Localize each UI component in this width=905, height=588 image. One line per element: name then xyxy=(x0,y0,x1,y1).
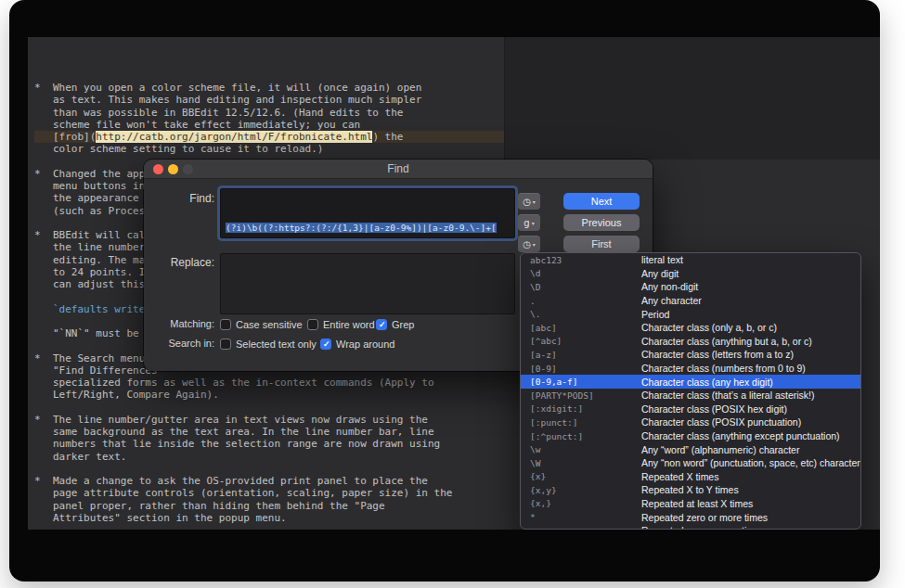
close-button[interactable] xyxy=(153,164,163,174)
pattern-menu-item[interactable]: {x,y} Repeated X to Y times xyxy=(521,483,860,497)
search-terms-menu-button[interactable]: ◷▾ xyxy=(518,236,540,252)
bullet: * xyxy=(34,229,53,241)
checkbox-case-sensitive[interactable]: Case sensitive xyxy=(220,318,303,331)
zoom-button[interactable] xyxy=(183,164,193,174)
pattern-menu-item[interactable]: * Repeated zero or more times xyxy=(521,510,860,524)
pattern-menu-item[interactable]: [^abc] Character class (anything but a, … xyxy=(521,335,860,349)
bullet: * xyxy=(34,82,53,94)
pattern-menu-item[interactable]: [a-z] Character class (letters from a to… xyxy=(521,348,860,362)
editor-line xyxy=(34,402,504,414)
pattern-menu-item[interactable]: [0-9] Character class (numbers from 0 to… xyxy=(521,362,860,376)
bullet: * xyxy=(34,475,53,487)
pattern-menu-item[interactable]: \D Any non-digit xyxy=(521,280,860,294)
bullet: * xyxy=(34,414,53,426)
description-cell: Character class (numbers from 0 to 9) xyxy=(641,363,806,374)
description-cell: Character class (anything except punctua… xyxy=(641,430,840,441)
pattern-cell: {x} xyxy=(530,471,641,481)
pattern-menu-item[interactable]: \w Any “word” (alphanumeric) character xyxy=(521,442,860,456)
pattern-cell: * xyxy=(530,512,641,522)
grep-pattern-menu: abc123 literal text \d Any digit \D Any … xyxy=(520,252,861,530)
replace-input[interactable] xyxy=(220,253,515,314)
grep-pattern-menu-button[interactable]: g▾ xyxy=(518,214,540,231)
checkbox-grep[interactable]: Grep xyxy=(376,318,414,331)
checkbox-box xyxy=(220,339,231,350)
minimize-button[interactable] xyxy=(168,164,178,174)
editor-line: scheme file won't take effect immediatel… xyxy=(34,119,504,131)
editor-line-text: specialized forms as well as the in-cont… xyxy=(53,377,434,389)
pattern-cell: \d xyxy=(530,268,641,278)
pattern-cell: {x,y} xyxy=(530,485,641,495)
description-cell: Any “non word” (punctuation, space, etc)… xyxy=(641,457,860,468)
pattern-cell: [:punct:] xyxy=(530,417,641,428)
editor-line xyxy=(34,463,504,475)
editor-line-text: panel proper, rather than hiding them be… xyxy=(53,500,385,512)
selected-url-text: http://catb.org/jargon/html/F/frobnicate… xyxy=(96,131,372,143)
pattern-cell: [PARTY*PODS] xyxy=(530,390,641,401)
checkbox-label: Entire word xyxy=(323,319,375,330)
find-window-titlebar[interactable]: Find xyxy=(144,160,653,179)
pattern-menu-item[interactable]: {x} Repeated X times xyxy=(521,470,860,484)
editor-line: Attributes" section in the popup menu. xyxy=(34,512,504,524)
pattern-menu-item[interactable]: + Repeated one or more times xyxy=(521,524,860,530)
description-cell: Any non-digit xyxy=(641,281,698,292)
editor-line: panel proper, rather than hiding them be… xyxy=(34,500,504,512)
checkbox-label: Grep xyxy=(392,319,414,330)
checkbox-label: Wrap around xyxy=(336,339,394,350)
first-button[interactable]: First xyxy=(563,236,640,252)
chevron-down-icon: ▾ xyxy=(532,220,535,226)
pattern-menu-item[interactable]: \. Period xyxy=(521,307,860,321)
next-button[interactable]: Next xyxy=(563,193,640,210)
previous-button[interactable]: Previous xyxy=(563,214,640,231)
bullet: * xyxy=(34,168,53,180)
checkbox-box xyxy=(307,319,318,330)
checkbox-wrap-around[interactable]: Wrap around xyxy=(320,338,394,351)
pattern-menu-item[interactable]: {x,} Repeated at least X times xyxy=(521,497,860,511)
description-cell: Repeated one or more times xyxy=(641,525,765,530)
find-label: Find: xyxy=(144,192,214,205)
editor-line-text: Made a change to ask the OS-provided pri… xyxy=(53,475,428,487)
editor-line: Left/Right, Compare Again). xyxy=(34,389,504,401)
pattern-cell: [abc] xyxy=(530,323,641,333)
description-cell: literal text xyxy=(641,254,683,265)
checkbox-box xyxy=(320,339,331,350)
pattern-menu-item[interactable]: \W Any “non word” (punctuation, space, e… xyxy=(521,456,860,470)
editor-line-text: can adjust this: xyxy=(53,278,151,290)
bullet: * xyxy=(34,352,53,364)
pattern-menu-item[interactable]: [abc] Character class (only a, b, or c) xyxy=(521,321,860,335)
description-cell: Any “word” (alphanumeric) character xyxy=(641,444,799,455)
pattern-menu-item[interactable]: [:punct:] Character class (POSIX punctua… xyxy=(521,415,860,429)
screenshot-frame: *When you open a color scheme file, it w… xyxy=(9,0,880,582)
matching-label: Matching: xyxy=(144,318,214,329)
checkbox-box xyxy=(376,319,387,330)
pattern-menu-item[interactable]: \d Any digit xyxy=(521,267,860,281)
pattern-menu-item[interactable]: [PARTY*PODS] Character class (that’s a l… xyxy=(521,389,860,403)
editor-line: numbers that lie inside the selection ra… xyxy=(34,438,504,450)
find-history-menu-button[interactable]: ◷▾ xyxy=(518,193,540,210)
pattern-cell: [^abc] xyxy=(530,336,641,346)
pattern-cell: [:^punct:] xyxy=(530,431,641,441)
editor-line-suffix: ) the xyxy=(372,131,403,143)
editor-line-text: Left/Right, Compare Again). xyxy=(53,389,219,401)
find-input[interactable]: (?i)\b((?:https?:(?:/{1,3}|[a-z0-9%])|[a… xyxy=(220,188,515,238)
checkbox-entire-word[interactable]: Entire word xyxy=(307,318,375,331)
pattern-menu-item[interactable]: [:^punct:] Character class (anything exc… xyxy=(521,429,860,443)
clock-icon: ◷ xyxy=(523,197,531,207)
pattern-menu-item[interactable]: abc123 literal text xyxy=(521,253,860,267)
pattern-cell: + xyxy=(530,526,641,530)
pattern-menu-item[interactable]: [0-9,a-f] Character class (any hex digit… xyxy=(521,375,860,389)
macos-screen: *When you open a color scheme file, it w… xyxy=(28,37,880,530)
checkbox-selected-text-only[interactable]: Selected text only xyxy=(220,338,317,351)
page: *When you open a color scheme file, it w… xyxy=(0,0,905,588)
pattern-cell: \w xyxy=(530,444,641,454)
editor-line-text: page attribute controls (orientation, sc… xyxy=(53,487,452,499)
editor-line-text: scheme file won't take effect immediatel… xyxy=(53,119,360,131)
description-cell: Any character xyxy=(641,295,702,306)
description-cell: Repeated X to Y times xyxy=(641,484,739,495)
pattern-menu-item[interactable]: . Any character xyxy=(521,294,860,308)
find-value-line1: (?i)\b((?:https?:(?:/{1,3}|[a-z0-9%])|[a… xyxy=(226,223,497,233)
description-cell: Character class (POSIX hex digit) xyxy=(641,403,787,415)
description-cell: Character class (that’s a literal asteri… xyxy=(641,390,815,401)
description-cell: Character class (POSIX punctuation) xyxy=(641,416,801,428)
description-cell: Character class (anything but a, b, or c… xyxy=(641,336,812,347)
pattern-menu-item[interactable]: [:xdigit:] Character class (POSIX hex di… xyxy=(521,403,860,416)
